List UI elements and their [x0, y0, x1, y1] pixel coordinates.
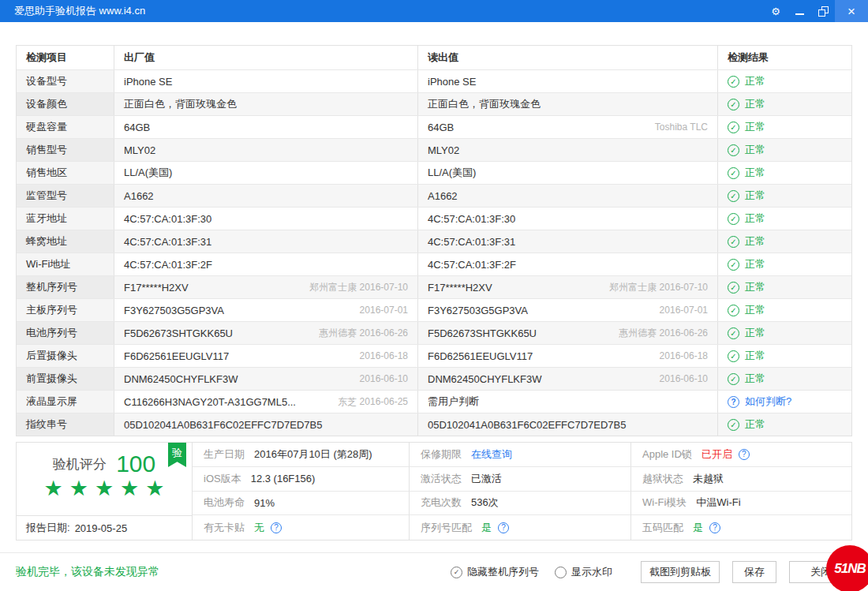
question-circle-icon[interactable]: ?	[728, 396, 739, 408]
summary-cell-label: iOS版本	[204, 472, 241, 486]
row-read-cell: 4C:57:CA:01:3F:31	[417, 230, 717, 252]
summary-cell-label: 电池寿命	[204, 496, 245, 510]
row-result-cell: ✓ 正常	[717, 322, 851, 344]
row-item-label: 电池序列号	[26, 326, 77, 340]
summary-cell-label: 越狱状态	[642, 472, 683, 486]
check-circle-icon: ✓	[728, 122, 739, 133]
summary-cell-label: 充电次数	[421, 496, 462, 510]
row-item-cell: 整机序列号	[17, 276, 114, 298]
table-header-row: 检测项目 出厂值 读出值 检测结果	[17, 46, 851, 69]
report-date-value: 2019-05-25	[75, 522, 128, 534]
row-factory-cell: C116266H3NAGY20T-A31GG7ML5... 东芝 2016-06…	[114, 391, 417, 413]
footer-bar: 验机完毕，该设备未发现异常 ✓ 隐藏整机序列号 显示水印 截图到剪贴板保存关闭	[0, 552, 868, 591]
row-factory-value: F5D62673SHTGKK65U	[124, 327, 233, 339]
row-read-value: A1662	[428, 190, 458, 202]
row-factory-cell: MLY02	[114, 139, 417, 161]
summary-cell: 激活状态 已激活 ?	[409, 467, 630, 492]
row-item-label: 设备颜色	[26, 97, 67, 111]
screenshot-to-clipboard-button[interactable]: 截图到剪贴板	[641, 561, 720, 583]
minimize-bar	[795, 13, 804, 15]
star-icon: ★	[145, 477, 170, 500]
row-factory-value: A1662	[124, 190, 154, 202]
star-icon: ★	[95, 477, 120, 500]
row-result-cell: ✓ 正常	[717, 230, 851, 252]
row-factory-cell: 4C:57:CA:01:3F:30	[114, 208, 417, 230]
inspection-status-text: 验机完毕，该设备未发现异常	[16, 565, 159, 579]
row-factory-value: 4C:57:CA:01:3F:31	[124, 236, 211, 248]
check-circle-icon: ✓	[728, 373, 739, 385]
row-item-label: 蜂窝地址	[26, 234, 67, 249]
summary-cell-value: 未越狱	[693, 472, 724, 486]
table-row: Wi-Fi地址 4C:57:CA:01:3F:2F 4C:57:CA:01:3F…	[17, 252, 851, 275]
settings-gear-icon[interactable]: ⚙	[764, 0, 788, 22]
row-result-cell: ✓ 正常	[717, 368, 851, 390]
table-row: 监管型号 A1662 A1662 ✓ 正常	[17, 184, 851, 207]
row-factory-cell: 64GB	[114, 116, 417, 138]
help-circle-icon[interactable]: ?	[709, 522, 720, 533]
check-circle-icon: ✓	[728, 213, 739, 225]
row-item-cell: 蜂窝地址	[17, 230, 114, 252]
table-row: 销售型号 MLY02 MLY02 ✓ 正常	[17, 138, 851, 161]
summary-cell: 生产日期 2016年07月10日 (第28周) ?	[193, 443, 409, 467]
restore-icon[interactable]	[811, 0, 835, 22]
summary-cell-value: 中温Wi-Fi	[696, 496, 740, 510]
check-circle-icon: ✓	[728, 327, 739, 339]
row-result-cell: ✓ 正常	[717, 253, 851, 275]
summary-cell-value[interactable]: 在线查询	[471, 447, 512, 462]
restore-squares	[818, 6, 829, 17]
how-to-judge-link[interactable]: 如何判断?	[745, 395, 791, 409]
row-factory-value: 4C:57:CA:01:3F:30	[124, 213, 211, 225]
help-circle-icon[interactable]: ?	[498, 522, 509, 533]
row-result-cell: ✓ 正常	[717, 299, 851, 321]
check-circle-icon: ✓	[728, 282, 739, 294]
radio-option[interactable]: ✓ 隐藏整机序列号	[451, 565, 539, 579]
row-factory-cell: LL/A(美国)	[114, 162, 417, 184]
help-circle-icon[interactable]: ?	[739, 449, 750, 460]
row-result-text: 正常	[745, 257, 765, 271]
check-circle-icon: ✓	[728, 236, 739, 248]
row-read-cell: DNM62450CHYFLKF3W 2016-06-10	[417, 368, 717, 390]
forum-watermark-logo: 51NB	[826, 545, 868, 591]
summary-cell-value: 是	[693, 521, 703, 535]
radio-option[interactable]: 显示水印	[555, 565, 612, 579]
summary-cell-value: 无	[254, 521, 264, 535]
row-factory-note: 郑州富士康 2016-07-10	[301, 281, 408, 294]
row-item-label: 销售型号	[26, 143, 67, 157]
table-row: 蜂窝地址 4C:57:CA:01:3F:31 4C:57:CA:01:3F:31…	[17, 230, 851, 252]
row-result-text: 正常	[745, 280, 765, 294]
row-item-cell: 设备型号	[17, 70, 114, 92]
row-result-cell: ✓ 正常	[717, 162, 851, 184]
help-circle-icon[interactable]: ?	[271, 522, 282, 533]
check-circle-icon: ✓	[728, 350, 739, 362]
row-read-cell: F17*****H2XV 郑州富士康 2016-07-10	[417, 276, 717, 298]
minimize-icon[interactable]	[788, 0, 811, 22]
table-row: 整机序列号 F17*****H2XV 郑州富士康 2016-07-10 F17*…	[17, 275, 851, 298]
row-read-cell: 05D102041A0B631F6C02EFFC7D7ED7B5	[417, 413, 717, 436]
table-row: 指纹串号 05D102041A0B631F6C02EFFC7D7ED7B5 05…	[17, 413, 851, 436]
row-factory-note: 东芝 2016-06-25	[330, 395, 408, 409]
row-result-text: 正常	[745, 143, 765, 157]
titlebar: 爱思助手验机报告 www.i4.cn ⚙ ×	[0, 0, 868, 22]
row-item-label: 前置摄像头	[26, 372, 77, 386]
summary-cell-label: 五码匹配	[642, 521, 683, 535]
report-date-row: 报告日期: 2019-05-25	[17, 515, 192, 540]
row-result-cell: ✓ 正常	[717, 208, 851, 230]
close-icon[interactable]: ×	[835, 0, 868, 22]
table-body: 设备型号 iPhone SE iPhone SE ✓ 正常 设备颜色 正面白色，…	[17, 69, 851, 436]
row-factory-cell: A1662	[114, 185, 417, 207]
row-result-cell: ✓ 正常	[717, 116, 851, 138]
row-item-cell: 硬盘容量	[17, 116, 114, 138]
table-row: 设备颜色 正面白色，背面玫瑰金色 正面白色，背面玫瑰金色 ✓ 正常	[17, 92, 851, 115]
row-read-cell: iPhone SE	[417, 70, 717, 92]
row-read-cell: 4C:57:CA:01:3F:2F	[417, 253, 717, 275]
radio-circle-icon	[555, 567, 567, 578]
save-button[interactable]: 保存	[732, 561, 776, 583]
check-circle-icon: ✓	[728, 144, 739, 156]
row-result-text: 正常	[745, 326, 765, 340]
row-read-cell: 正面白色，背面玫瑰金色	[417, 93, 717, 115]
row-factory-value: 64GB	[124, 122, 150, 133]
star-rating: ★★★★★	[23, 476, 192, 501]
row-result-text: 正常	[745, 303, 765, 317]
check-circle-icon: ✓	[728, 259, 739, 271]
summary-cell: 充电次数 536次 ?	[409, 492, 630, 516]
